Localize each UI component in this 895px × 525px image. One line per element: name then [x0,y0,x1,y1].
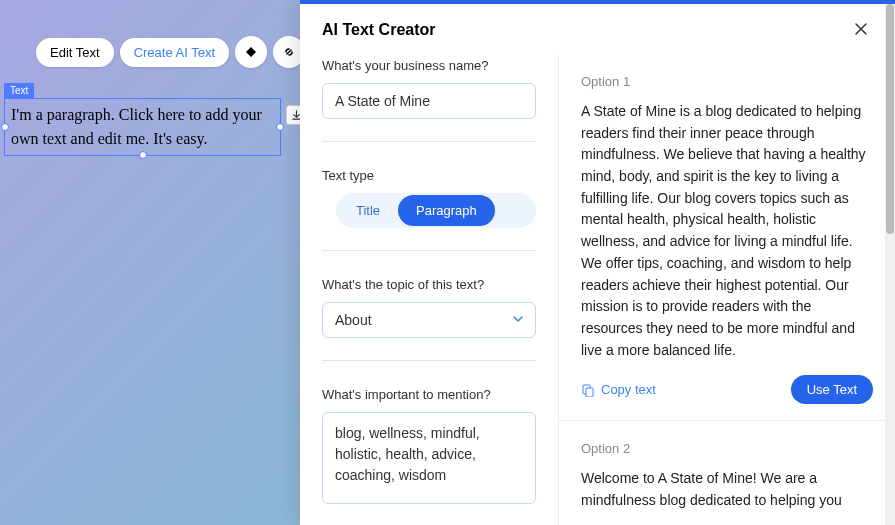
use-text-button[interactable]: Use Text [791,375,873,404]
copy-text-button[interactable]: Copy text [581,382,656,397]
resize-handle-left[interactable] [1,123,9,131]
resize-handle-right[interactable] [276,123,284,131]
text-element[interactable]: Text I'm a paragraph. Click here to add … [4,80,281,156]
topic-select[interactable] [322,302,536,338]
important-label: What's important to mention? [322,387,536,402]
create-ai-text-button[interactable]: Create AI Text [120,38,229,67]
close-icon [854,22,868,36]
important-textarea[interactable] [322,412,536,504]
form-column: What's your business name? Text type Tit… [300,54,558,525]
element-type-tag: Text [4,83,34,98]
modal-title: AI Text Creator [322,21,436,39]
canvas-toolbar: Edit Text Create AI Text [36,36,305,68]
text-type-title[interactable]: Title [338,195,398,226]
text-type-segmented: Title Paragraph [336,193,536,228]
modal-header: AI Text Creator [300,4,895,54]
copy-icon [581,383,595,397]
divider [322,141,536,142]
scrollbar-thumb[interactable] [886,4,894,234]
text-type-label: Text type [322,168,536,183]
svg-rect-1 [586,388,593,397]
option-text: A State of Mine is a blog dedicated to h… [581,101,873,361]
ai-text-creator-modal: AI Text Creator What's your business nam… [300,0,895,525]
business-name-label: What's your business name? [322,58,536,73]
edit-text-button[interactable]: Edit Text [36,38,114,67]
result-option-2: Option 2 Welcome to A State of Mine! We … [559,421,895,525]
results-column: Option 1 A State of Mine is a blog dedic… [558,54,895,525]
option-label: Option 2 [581,441,873,456]
business-name-input[interactable] [322,83,536,119]
paragraph-text: I'm a paragraph. Click here to add your … [11,106,262,147]
text-type-paragraph[interactable]: Paragraph [398,195,495,226]
close-button[interactable] [849,18,873,42]
topic-label: What's the topic of this text? [322,277,536,292]
divider [322,360,536,361]
divider [322,250,536,251]
animation-icon[interactable] [235,36,267,68]
result-option-1: Option 1 A State of Mine is a blog dedic… [559,54,895,421]
option-label: Option 1 [581,74,873,89]
copy-text-label: Copy text [601,382,656,397]
option-text: Welcome to A State of Mine! We are a min… [581,468,873,511]
paragraph-content[interactable]: I'm a paragraph. Click here to add your … [4,98,281,156]
resize-handle-bottom[interactable] [139,151,147,159]
